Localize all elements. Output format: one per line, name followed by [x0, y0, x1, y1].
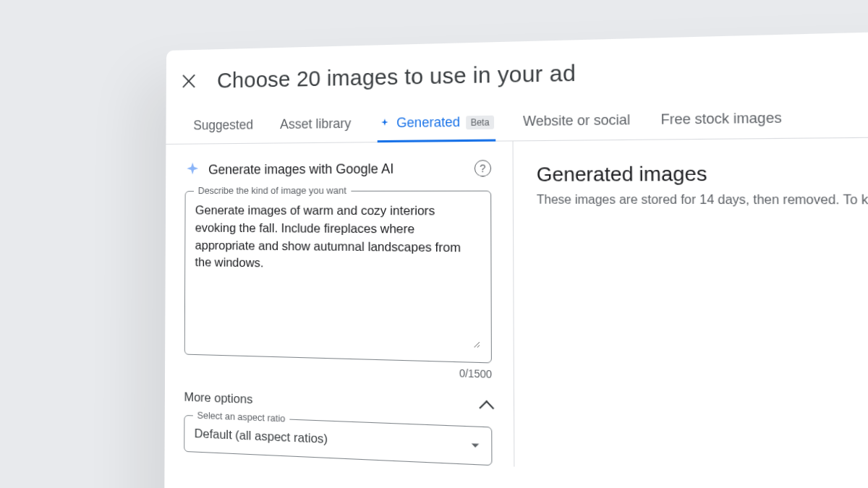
- tab-label: Website or social: [523, 112, 630, 129]
- dialog-title: Choose 20 images to use in your ad: [217, 60, 576, 93]
- tab-website-social[interactable]: Website or social: [522, 101, 632, 142]
- tab-generated[interactable]: Generated Beta: [378, 103, 495, 142]
- dialog-header: Choose 20 images to use in your ad: [166, 27, 868, 108]
- help-icon[interactable]: ?: [475, 160, 491, 176]
- more-options-label: More options: [184, 390, 252, 407]
- tab-free-stock[interactable]: Free stock images: [659, 98, 783, 140]
- dropdown-icon: [472, 443, 480, 448]
- prompt-field: Describe the kind of image you want: [184, 191, 492, 364]
- image-picker-dialog: Choose 20 images to use in your ad Sugge…: [164, 27, 868, 488]
- prompt-textarea[interactable]: [195, 202, 480, 348]
- tab-label: Asset library: [280, 116, 351, 132]
- close-icon[interactable]: [180, 72, 198, 91]
- chevron-up-icon: [479, 401, 494, 416]
- aspect-ratio-select[interactable]: Select an aspect ratio Default (all aspe…: [184, 415, 492, 466]
- beta-badge: Beta: [466, 115, 494, 129]
- sparkle-icon: [185, 162, 200, 178]
- prompt-label: Describe the kind of image you want: [194, 185, 351, 197]
- aspect-value: Default (all aspect ratios): [195, 427, 328, 446]
- results-note: These images are stored for 14 days, the…: [537, 192, 868, 207]
- generator-header: Generate images with Google AI ?: [185, 160, 491, 178]
- results-heading: Generated images: [537, 160, 868, 187]
- generator-panel: Generate images with Google AI ? Describ…: [165, 141, 515, 466]
- generator-title: Generate images with Google AI: [208, 161, 393, 178]
- tab-suggested[interactable]: Suggested: [192, 107, 255, 145]
- char-counter: 0/1500: [184, 359, 492, 380]
- aspect-label: Select an aspect ratio: [193, 409, 290, 424]
- sparkle-icon: [379, 117, 391, 129]
- tab-label: Suggested: [193, 117, 253, 133]
- results-panel: Generated images These images are stored…: [514, 136, 868, 488]
- tab-label: Generated: [396, 114, 460, 131]
- tab-asset-library[interactable]: Asset library: [278, 106, 352, 144]
- tab-label: Free stock images: [660, 110, 781, 128]
- content-columns: Generate images with Google AI ? Describ…: [165, 136, 868, 488]
